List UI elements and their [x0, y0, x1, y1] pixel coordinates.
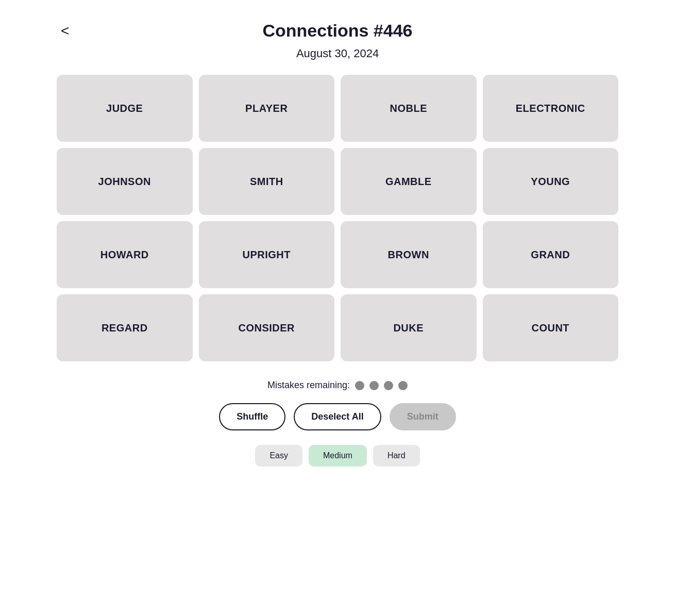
tile-label: COUNT [531, 322, 569, 334]
tile-brown[interactable]: BROWN [341, 221, 477, 288]
tile-label: UPRIGHT [243, 249, 291, 261]
tile-regard[interactable]: REGARD [57, 294, 193, 361]
tile-count[interactable]: COUNT [483, 294, 619, 361]
tile-player[interactable]: PLAYER [199, 75, 335, 142]
submit-button: Submit [390, 403, 456, 430]
tiles-grid: JUDGEPLAYERNOBLEELECTRONICJOHNSONSMITHGA… [57, 75, 618, 361]
shuffle-button[interactable]: Shuffle [219, 403, 285, 430]
tile-label: REGARD [102, 322, 148, 334]
mistakes-label: Mistakes remaining: [267, 380, 350, 391]
tile-label: BROWN [388, 249, 429, 261]
tile-judge[interactable]: JUDGE [57, 75, 193, 142]
tile-johnson[interactable]: JOHNSON [57, 148, 193, 215]
tile-label: YOUNG [531, 176, 570, 188]
deselect-all-button[interactable]: Deselect All [294, 403, 381, 430]
mistake-dot-4 [398, 381, 408, 390]
tile-grand[interactable]: GRAND [483, 221, 619, 288]
tile-young[interactable]: YOUNG [483, 148, 619, 215]
tile-noble[interactable]: NOBLE [341, 75, 477, 142]
tile-consider[interactable]: CONSIDER [199, 294, 335, 361]
page-title: Connections #446 [263, 21, 413, 41]
tile-label: SMITH [250, 176, 283, 188]
mistake-dot-3 [384, 381, 393, 390]
tile-label: CONSIDER [238, 322, 295, 334]
difficulty-easy-button[interactable]: Easy [255, 445, 302, 467]
page-date: August 30, 2024 [296, 47, 379, 60]
action-buttons-row: Shuffle Deselect All Submit [219, 403, 455, 430]
difficulty-row: EasyMediumHard [255, 445, 419, 467]
mistake-dot-1 [355, 381, 364, 390]
tile-label: PLAYER [245, 103, 288, 114]
tile-label: JOHNSON [98, 176, 151, 188]
tile-label: JUDGE [106, 103, 143, 114]
back-button[interactable]: < [57, 20, 73, 42]
tile-label: ELECTRONIC [516, 103, 585, 114]
tile-label: NOBLE [390, 103, 428, 114]
tile-gamble[interactable]: GAMBLE [341, 148, 477, 215]
header: < Connections #446 [57, 21, 618, 41]
tile-label: DUKE [393, 322, 424, 334]
app-container: < Connections #446 August 30, 2024 JUDGE… [46, 0, 629, 487]
tile-howard[interactable]: HOWARD [57, 221, 193, 288]
tile-smith[interactable]: SMITH [199, 148, 335, 215]
mistakes-row: Mistakes remaining: [267, 380, 408, 391]
difficulty-medium-button[interactable]: Medium [309, 445, 367, 467]
mistake-dot-2 [369, 381, 379, 390]
tile-label: HOWARD [100, 249, 149, 261]
tile-duke[interactable]: DUKE [341, 294, 477, 361]
tile-electronic[interactable]: ELECTRONIC [483, 75, 619, 142]
tile-label: GRAND [531, 249, 570, 261]
tile-label: GAMBLE [385, 176, 432, 188]
tile-upright[interactable]: UPRIGHT [199, 221, 335, 288]
difficulty-hard-button[interactable]: Hard [373, 445, 420, 467]
